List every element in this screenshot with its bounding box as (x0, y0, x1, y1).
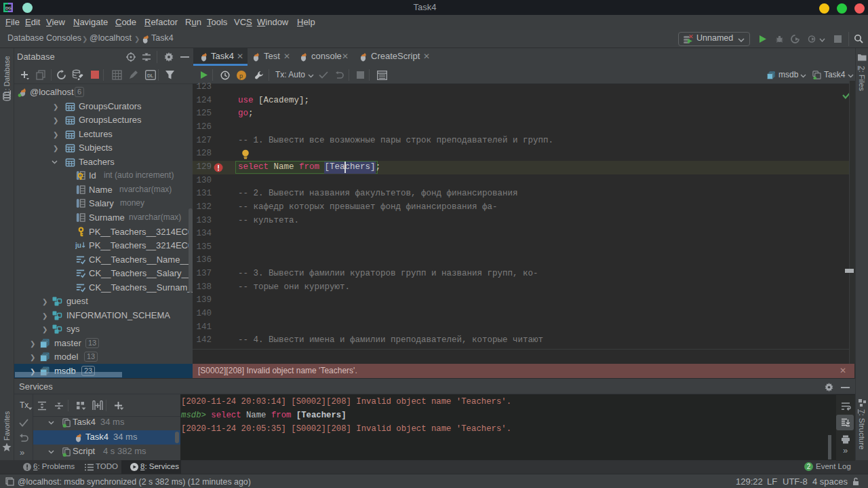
svg-text:p: p (239, 73, 243, 79)
svg-text:DG: DG (5, 6, 12, 10)
